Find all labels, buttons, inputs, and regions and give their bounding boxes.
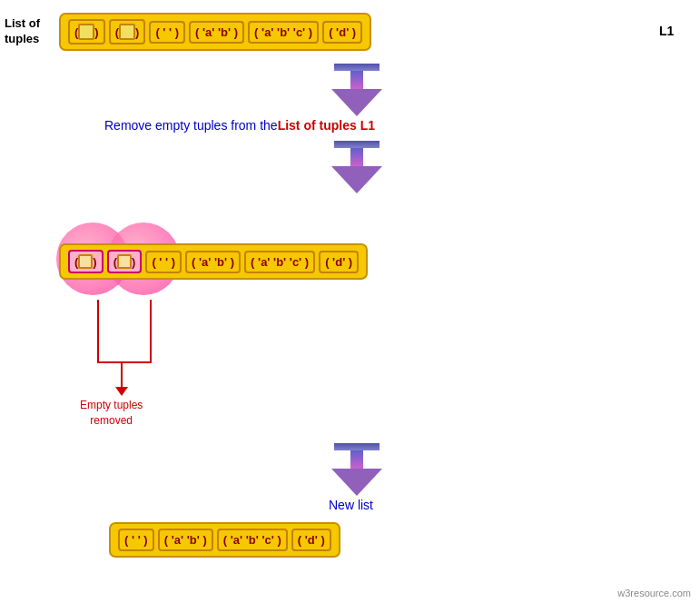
tuple-abc-3: ( 'a' 'b' 'c' )	[217, 529, 288, 551]
removed-arrowhead	[115, 387, 128, 396]
tuple-ab-1: ( 'a' 'b' )	[189, 21, 244, 44]
tuple-list-row1: () () ( ' ' ) ( 'a' 'b' ) ( 'a' 'b' 'c' …	[59, 13, 371, 51]
tuple-space-2: ( ' ' )	[145, 251, 182, 273]
tuple-empty-1: ()	[68, 19, 105, 44]
tuple-empty-pink-1: ()	[68, 250, 104, 273]
description-text: Remove empty tuples from theList of tupl…	[104, 118, 375, 133]
watermark: w3resource.com	[617, 588, 691, 598]
tuple-space-1: ( ' ' )	[149, 21, 185, 44]
tuple-abc-1: ( 'a' 'b' 'c' )	[248, 21, 319, 44]
arrow-shaft-2	[350, 148, 363, 166]
empty-square-pink-2	[117, 254, 132, 269]
empty-square-2	[119, 24, 135, 40]
tuple-empty-2: ()	[109, 19, 146, 44]
arrow-top-bar-2	[334, 141, 380, 148]
arrow-shaft-3	[350, 450, 363, 469]
removed-line-1	[97, 300, 99, 363]
tuple-ab-2: ( 'a' 'b' )	[185, 251, 241, 273]
arrow-head-1	[331, 89, 382, 116]
new-list-label: New list	[329, 498, 373, 512]
empty-square-1	[78, 24, 94, 40]
arrow-shaft-1	[350, 71, 363, 89]
arrow-top-bar-3	[334, 443, 380, 450]
tuple-list-row2: () () ( ' ' ) ( 'a' 'b' ) ( 'a' 'b' 'c' …	[59, 243, 368, 280]
removed-line-h	[97, 361, 152, 363]
tuple-d-3: ( 'd' )	[291, 529, 331, 551]
tuple-list-row3: ( ' ' ) ( 'a' 'b' ) ( 'a' 'b' 'c' ) ( 'd…	[109, 522, 340, 558]
arrow-head-2	[331, 166, 382, 193]
arrow-head-3	[331, 469, 382, 496]
removed-line-2	[150, 300, 152, 363]
tuple-d-2: ( 'd' )	[319, 251, 359, 273]
highlight-text: List of tuples L1	[278, 118, 375, 133]
empty-tuples-removed-label: Empty tuplesremoved	[80, 398, 143, 429]
arrow-top-bar-1	[334, 64, 380, 71]
arrow-1	[331, 64, 382, 116]
list-of-tuples-label: List oftuples	[5, 16, 40, 47]
tuple-empty-pink-2: ()	[107, 250, 143, 273]
tuple-d-1: ( 'd' )	[322, 21, 362, 44]
arrow-2	[331, 141, 382, 193]
empty-square-pink-1	[78, 254, 93, 269]
tuple-ab-3: ( 'a' 'b' )	[158, 529, 213, 551]
l1-label: L1	[659, 24, 674, 38]
arrow-3	[331, 443, 382, 496]
diagram: List oftuples () () ( ' ' ) ( 'a' 'b' ) …	[0, 0, 700, 603]
tuple-abc-2: ( 'a' 'b' 'c' )	[244, 251, 315, 273]
tuple-space-3: ( ' ' )	[118, 529, 154, 551]
removed-line-v	[121, 361, 123, 389]
